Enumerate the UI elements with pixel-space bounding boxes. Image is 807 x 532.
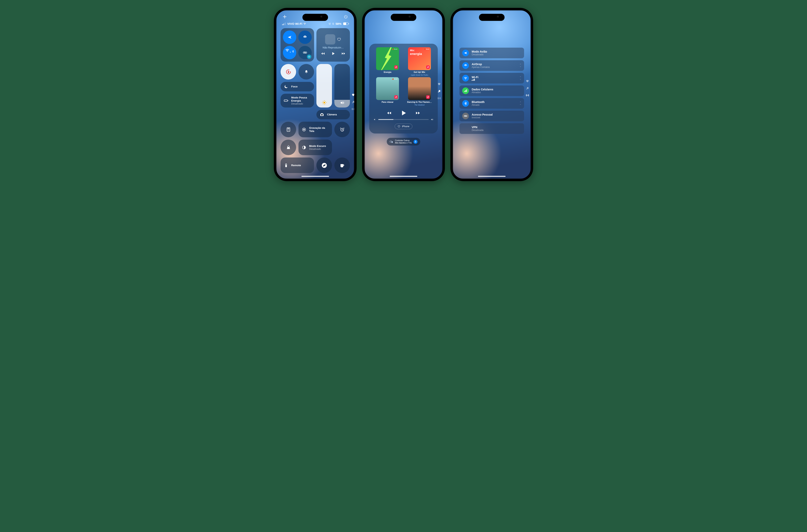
- connectivity-module[interactable]: [280, 28, 314, 62]
- expand-icon[interactable]: [519, 77, 521, 79]
- connectivity-row-airplane[interactable]: Modo AviãoDesativado: [459, 48, 524, 58]
- volume-bar[interactable]: [373, 118, 434, 121]
- focus-button[interactable]: Foco: [280, 82, 314, 91]
- mug-button[interactable]: [334, 157, 350, 173]
- airdrop-toggle[interactable]: [298, 31, 312, 44]
- album-4-title: Dancing In The Flames…: [407, 101, 432, 103]
- output-device-chip[interactable]: iPhone: [395, 124, 412, 129]
- dark-mode-sub: Desativado: [309, 148, 326, 150]
- album-4[interactable]: Dancing In The Flames… The Weeknd: [405, 77, 434, 106]
- home-indicator[interactable]: [301, 176, 329, 177]
- other-line1: Controlar Outros: [395, 139, 411, 142]
- album-3[interactable]: 🍎Music Para relaxar: [373, 77, 402, 106]
- power-button[interactable]: [343, 14, 348, 19]
- low-power-sub: Desativado: [291, 102, 311, 105]
- page-hotspot-icon[interactable]: [351, 107, 354, 112]
- connectivity-row-cell[interactable]: Dados CelularesAtivados: [459, 86, 524, 96]
- album-1[interactable]: 🍎Music Energia: [373, 47, 402, 76]
- status-bar: VIVO Wi-Fi 58%: [276, 20, 354, 28]
- carrier-label: VIVO Wi-Fi: [287, 22, 302, 25]
- wifi-toggle[interactable]: [283, 46, 296, 59]
- page-indicator[interactable]: [437, 82, 441, 101]
- signal-icon: [282, 22, 286, 25]
- translate-toggle[interactable]: [307, 55, 311, 59]
- forward-button[interactable]: [415, 111, 420, 116]
- page-indicator[interactable]: [526, 79, 529, 98]
- page-hotspot-icon[interactable]: [526, 94, 529, 98]
- alarm-indicator-icon: [328, 22, 331, 25]
- connectivity-row-bt[interactable]: BluetoothAtivado: [459, 98, 524, 109]
- page-music-icon[interactable]: [351, 100, 354, 104]
- alarm-button[interactable]: [334, 122, 350, 137]
- dynamic-island: [302, 14, 328, 21]
- airplay-icon: [398, 125, 400, 128]
- dark-mode-button[interactable]: Modo Escuro Desativado: [298, 139, 332, 155]
- silent-toggle[interactable]: [298, 64, 314, 79]
- page-indicator[interactable]: [351, 93, 354, 112]
- other-devices-chip[interactable]: Controlar Outros Alto-falantes e TVs 2: [387, 138, 420, 146]
- rewind-button[interactable]: [321, 51, 325, 56]
- orientation-lock-toggle[interactable]: [280, 64, 296, 79]
- calculator-button[interactable]: [280, 122, 296, 137]
- album-1-title: Energia: [384, 71, 391, 73]
- output-device-label: iPhone: [402, 125, 409, 128]
- other-count-badge: 2: [414, 140, 418, 144]
- camera-button[interactable]: Câmera: [316, 110, 350, 119]
- home-indicator[interactable]: [390, 176, 417, 177]
- page-heart-icon[interactable]: [351, 93, 354, 97]
- media-expanded-panel: 🍎Music Energia 🍎Music Mix:energia Get Up…: [369, 44, 438, 133]
- media-title: Não Reproduzin…: [323, 46, 344, 49]
- brightness-slider[interactable]: [316, 64, 332, 108]
- volume-slider[interactable]: [334, 64, 350, 108]
- orientation-lock-indicator-icon: [332, 22, 334, 25]
- album-2-title: Get Up! Mix: [414, 71, 425, 73]
- connectivity-row-vpn[interactable]: VPNDesativada: [459, 123, 524, 134]
- remote-label: Remote: [291, 164, 301, 167]
- airplane-toggle[interactable]: [283, 31, 296, 44]
- airplane-icon: [462, 50, 469, 56]
- play-button[interactable]: [400, 110, 407, 117]
- bt-icon: [462, 100, 469, 107]
- page-heart-icon[interactable]: [437, 82, 441, 87]
- expand-icon[interactable]: [519, 64, 521, 67]
- bluetooth-toggle[interactable]: [291, 49, 295, 54]
- page-music-icon[interactable]: [526, 87, 529, 91]
- connectivity-row-wifi[interactable]: Wi-Fi: [459, 73, 524, 83]
- low-power-button[interactable]: Modo Pouca Energia Desativado: [280, 94, 314, 108]
- connectivity-list: Modo AviãoDesativadoAirDropApenas Contat…: [459, 48, 524, 134]
- add-control-button[interactable]: [282, 14, 287, 19]
- music-badge-icon: [394, 65, 398, 69]
- media-module[interactable]: Não Reproduzin…: [316, 28, 350, 62]
- play-button[interactable]: [331, 51, 335, 56]
- media-thumbnail: [325, 34, 335, 44]
- low-power-title: Modo Pouca Energia: [291, 96, 311, 102]
- rewind-button[interactable]: [387, 111, 392, 116]
- phone-1-control-center: VIVO Wi-Fi 58%: [274, 8, 356, 181]
- hotspot-toggle[interactable]: [298, 46, 312, 59]
- cell-icon: [462, 88, 469, 94]
- connectivity-row-airdrop[interactable]: AirDropApenas Contatos: [459, 60, 524, 71]
- remote-button[interactable]: Remote: [280, 157, 314, 173]
- page-heart-icon[interactable]: [526, 79, 529, 84]
- expand-icon[interactable]: [519, 102, 521, 105]
- battery-icon: [343, 22, 348, 25]
- page-hotspot-icon[interactable]: [437, 96, 441, 101]
- speaker-high-icon: [431, 118, 434, 121]
- hotspot-icon: [462, 113, 469, 119]
- camera-label: Câmera: [327, 113, 337, 116]
- dark-mode-title: Modo Escuro: [309, 145, 326, 148]
- phone-3-connectivity-expanded: . Modo AviãoDesativadoAirDropApenas Cont…: [451, 8, 533, 181]
- album-2[interactable]: 🍎Music Mix:energia Get Up! Mix Apple Mus…: [405, 47, 434, 76]
- forward-button[interactable]: [341, 51, 346, 56]
- shazam-button[interactable]: [316, 157, 332, 173]
- battery-pct: 58%: [335, 22, 342, 25]
- page-music-icon[interactable]: [437, 89, 441, 94]
- other-line2: Alto-falantes e TVs: [395, 142, 411, 144]
- flashlight-button[interactable]: [280, 139, 296, 155]
- home-indicator[interactable]: [478, 176, 506, 177]
- screen-record-button[interactable]: Gravação da Tela: [298, 122, 332, 137]
- connectivity-row-hotspot[interactable]: Acesso PessoalInvisível: [459, 111, 524, 121]
- airplay-icon[interactable]: [337, 37, 341, 41]
- album-grid: 🍎Music Energia 🍎Music Mix:energia Get Up…: [373, 47, 434, 106]
- album-4-sub: The Weeknd: [415, 104, 425, 106]
